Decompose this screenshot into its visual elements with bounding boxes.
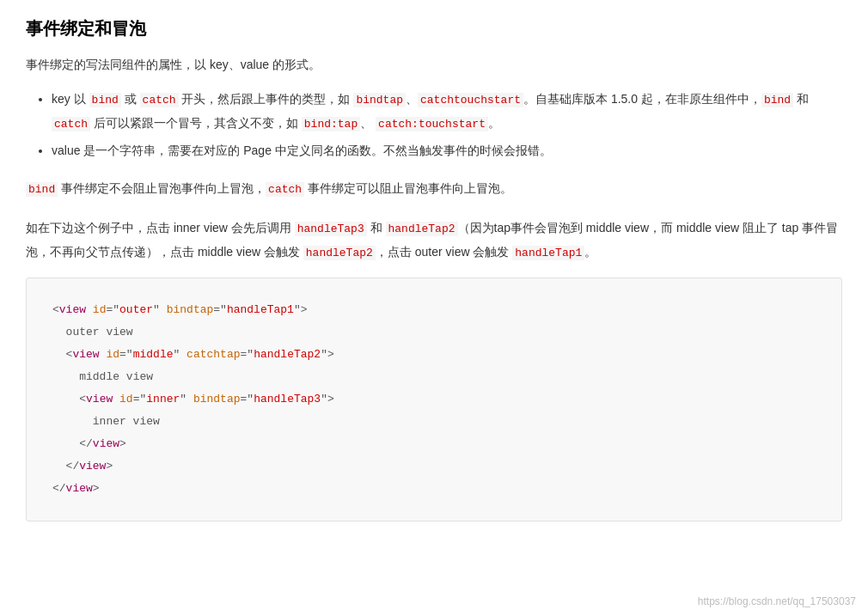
code-line-8: </view> [52, 455, 816, 478]
code-catch: catch [140, 93, 179, 107]
code-handletap2b: handleTap2 [303, 246, 376, 260]
code-catch2: catch [52, 117, 90, 131]
note-catch-code: catch [266, 182, 304, 197]
code-catchtouchstart: catchtouchstart [418, 93, 523, 107]
code-line-9: </view> [52, 478, 816, 500]
watermark: https://blog.csdn.net/qq_17503037 [698, 595, 856, 607]
note-bind-code: bind [26, 182, 58, 197]
code-bind2: bind [761, 93, 793, 107]
note-line: bind 事件绑定不会阻止冒泡事件向上冒泡，catch 事件绑定可以阻止冒泡事件… [26, 174, 842, 204]
code-catch-colon: catch:touchstart [376, 117, 488, 131]
code-line-3: <view id="middle" catchtap="handleTap2"> [52, 344, 816, 366]
code-line-6: inner view [52, 411, 816, 433]
bullet-item-2: value 是一个字符串，需要在对应的 Page 中定义同名的函数。不然当触发事… [52, 139, 842, 162]
code-block: <view id="outer" bindtap="handleTap1"> o… [26, 278, 842, 521]
intro-text: 事件绑定的写法同组件的属性，以 key、value 的形式。 [26, 54, 842, 76]
code-line-1: <view id="outer" bindtap="handleTap1"> [52, 299, 816, 321]
code-bindtap: bindtap [353, 93, 406, 107]
desc-text: 如在下边这个例子中，点击 inner view 会先后调用 handleTap3… [26, 217, 842, 264]
code-handletap3: handleTap3 [295, 222, 367, 236]
code-line-4: middle view [52, 366, 816, 388]
bullet-item-1: key 以 bind 或 catch 开头，然后跟上事件的类型，如 bindta… [52, 88, 842, 135]
code-bind-colon: bind:tap [302, 117, 360, 131]
page-title: 事件绑定和冒泡 [26, 17, 842, 40]
code-bind: bind [89, 93, 121, 107]
code-handletap1: handleTap1 [512, 246, 584, 260]
bullet-list: key 以 bind 或 catch 开头，然后跟上事件的类型，如 bindta… [26, 88, 842, 162]
code-line-7: </view> [52, 433, 816, 455]
code-handletap2: handleTap2 [386, 222, 458, 236]
code-line-5: <view id="inner" bindtap="handleTap3"> [52, 388, 816, 411]
code-line-2: outer view [52, 321, 816, 344]
